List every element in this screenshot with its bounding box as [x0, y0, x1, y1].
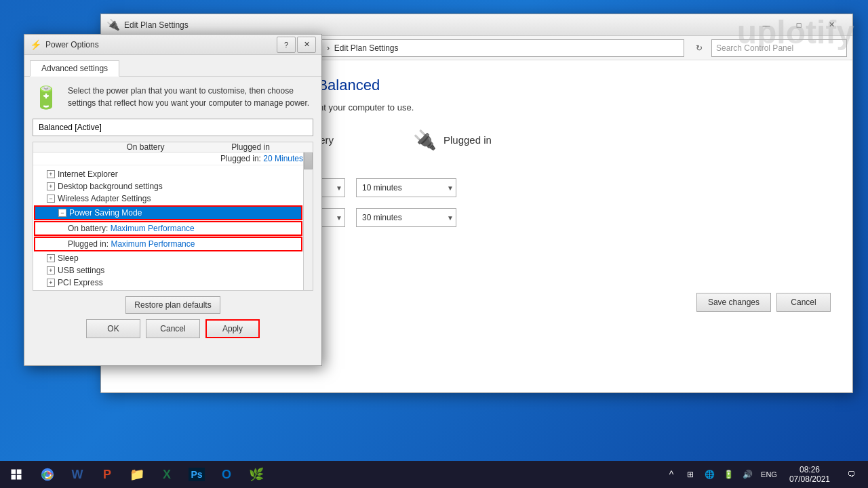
photoshop-taskbar-icon[interactable]: Ps: [182, 461, 212, 488]
minimize-button[interactable]: —: [751, 16, 782, 35]
tree-item-wireless[interactable]: − Wireless Adapter Settings: [33, 192, 303, 205]
save-changes-button[interactable]: Save changes: [696, 293, 771, 312]
col-headers-sticky: On battery Plugged in: [33, 142, 313, 152]
turn-off-plugged-wrap: 10 minutes 5 minutes 15 minutes Never ▼: [356, 178, 467, 197]
cp-titlebar: 🔌 Edit Plan Settings — □ ✕: [101, 14, 852, 36]
pd-action-buttons: OK Cancel Apply: [33, 319, 313, 338]
tree-item-power-saving-mode[interactable]: − Power Saving Mode: [34, 205, 302, 220]
pd-header: 🔋 Select the power plan that you want to…: [33, 85, 313, 110]
pd-close-button[interactable]: ✕: [297, 37, 316, 53]
pd-title-controls: ? ✕: [277, 37, 316, 53]
sleep-plugged-wrap: 30 minutes 15 minutes 1 hour Never ▼: [356, 208, 467, 227]
taskview-icon[interactable]: ⊞: [682, 461, 698, 488]
pd-footer: Restore plan defaults: [33, 296, 313, 314]
search-box[interactable]: Search Control Panel: [711, 39, 847, 57]
pd-tree: + Internet Explorer + Desktop background…: [33, 165, 303, 291]
tree-item-pci[interactable]: + PCI Express: [33, 277, 303, 289]
desktop-bg-label: Desktop background settings: [58, 182, 163, 191]
taskbar: W P 📁 X Ps O 🌿 ^ ⊞ 🌐 🔋: [0, 461, 868, 488]
windows-icon: [9, 468, 23, 481]
battery-tray-icon[interactable]: 🔋: [720, 461, 736, 488]
expand-icon[interactable]: +: [47, 266, 55, 274]
excel-taskbar-icon[interactable]: X: [152, 461, 182, 488]
spacer2: [389, 129, 402, 162]
pd-header-text: Select the power plan that you want to c…: [68, 85, 313, 109]
tree-item-sleep[interactable]: + Sleep: [33, 252, 303, 264]
plugged-icon: 🔌: [413, 129, 437, 151]
pd-plan-dropdown-wrap: Balanced [Active]: [33, 119, 313, 136]
volume-icon[interactable]: 🔊: [739, 461, 755, 488]
clock-area[interactable]: 08:26 07/08/2021: [781, 461, 838, 488]
cancel-button[interactable]: Cancel: [776, 293, 831, 312]
network-icon[interactable]: 🌐: [701, 461, 717, 488]
pd-plan-dropdown[interactable]: Balanced [Active]: [33, 119, 313, 136]
pd-help-button[interactable]: ?: [277, 37, 296, 53]
pci-label: PCI Express: [58, 278, 103, 287]
sleep-label: Sleep: [58, 253, 79, 263]
power-options-dialog: ⚡ Power Options ? ✕ Advanced settings 🔋 …: [24, 34, 322, 366]
collapse-icon[interactable]: −: [58, 209, 66, 217]
refresh-button[interactable]: ↻: [690, 39, 709, 58]
start-button[interactable]: [0, 461, 33, 488]
notification-button[interactable]: 🗨: [838, 461, 865, 488]
sub-item-plugged-in: Plugged in: Maximum Performance: [34, 237, 302, 251]
clock-time: 08:26: [800, 465, 820, 474]
plugged-in-value-link[interactable]: Maximum Performance: [111, 239, 195, 249]
expand-icon[interactable]: +: [47, 254, 55, 262]
on-battery-value-link[interactable]: Maximum Performance: [111, 224, 195, 233]
usb-label: USB settings: [58, 266, 104, 275]
expand-icon[interactable]: +: [47, 182, 55, 190]
pd-ok-button[interactable]: OK: [86, 319, 140, 338]
maximize-button[interactable]: □: [783, 16, 814, 35]
word-taskbar-icon[interactable]: W: [62, 461, 92, 488]
on-battery-sub-label: On battery:: [68, 224, 111, 233]
photoshop-icon: Ps: [189, 468, 204, 481]
expand-icon[interactable]: +: [47, 279, 55, 287]
tree-item-internet-explorer[interactable]: + Internet Explorer: [33, 168, 303, 180]
tree-item-desktop-bg[interactable]: + Desktop background settings: [33, 180, 303, 192]
pd-apply-button[interactable]: Apply: [205, 319, 260, 338]
plugged-in-col-header: Plugged in: [198, 142, 303, 152]
system-tray: ^ ⊞ 🌐 🔋 🔊: [658, 461, 761, 488]
explorer-taskbar-icon[interactable]: 📁: [122, 461, 152, 488]
sleep-plugged-select[interactable]: 30 minutes 15 minutes 1 hour Never: [356, 208, 456, 227]
plugged-in-sub-label: Plugged in:: [68, 239, 111, 249]
restore-plan-defaults-button[interactable]: Restore plan defaults: [125, 296, 220, 314]
pd-header-icon: 🔋: [33, 85, 60, 110]
outlook-taskbar-icon[interactable]: O: [212, 461, 241, 488]
tree-item-processor[interactable]: + Processor power management: [33, 289, 303, 291]
on-battery-col-header: On battery: [93, 142, 198, 152]
taskbar-icons: W P 📁 X Ps O 🌿: [33, 461, 271, 488]
pd-tabs: Advanced settings: [24, 55, 321, 77]
plugged-in-label: Plugged in: [443, 134, 492, 146]
taskbar-right: ^ ⊞ 🌐 🔋 🔊 ENG 08:26 07/08/2021 🗨: [658, 461, 868, 488]
language-indicator[interactable]: ENG: [761, 470, 777, 479]
turn-off-plugged-select[interactable]: 10 minutes 5 minutes 15 minutes Never: [356, 178, 456, 197]
pd-settings-area: On battery Plugged in Plugged in: 20 Min…: [33, 142, 313, 291]
desktop: uplotify 🔌 Edit Plan Settings — □ ✕ ← → …: [0, 0, 868, 461]
cp-title-controls: — □ ✕: [751, 16, 847, 35]
plugged-in-summary-value[interactable]: 20 Minutes: [263, 154, 303, 163]
pd-advanced-tab[interactable]: Advanced settings: [30, 60, 119, 77]
plugged-in-summary-row: Plugged in: 20 Minutes: [33, 152, 313, 165]
plugged-in-summary-label: Plugged in:: [220, 154, 263, 163]
processor-label: Processor power management: [58, 290, 168, 291]
powerpoint-taskbar-icon[interactable]: P: [92, 461, 122, 488]
sub-item-on-battery: On battery: Maximum Performance: [34, 221, 302, 236]
chrome-taskbar-icon[interactable]: [33, 461, 62, 488]
pd-titlebar: ⚡ Power Options ? ✕: [24, 35, 321, 55]
powerpoint-icon: P: [103, 468, 111, 482]
tree-item-usb[interactable]: + USB settings: [33, 264, 303, 277]
expand-icon[interactable]: +: [47, 170, 55, 178]
app8-taskbar-icon[interactable]: 🌿: [241, 461, 271, 488]
pd-body: 🔋 Select the power plan that you want to…: [24, 77, 321, 346]
app8-icon: 🌿: [249, 467, 264, 482]
col-headers-row: On battery Plugged in: [33, 142, 313, 152]
pd-scrollbar[interactable]: [303, 142, 313, 290]
pd-cancel-button[interactable]: Cancel: [146, 319, 200, 338]
pd-title-text: Power Options: [45, 40, 277, 49]
show-hidden-icons-button[interactable]: ^: [663, 461, 679, 488]
cp-title-icon: 🔌: [106, 18, 120, 31]
expand-icon[interactable]: −: [47, 195, 55, 203]
close-button[interactable]: ✕: [816, 16, 847, 35]
